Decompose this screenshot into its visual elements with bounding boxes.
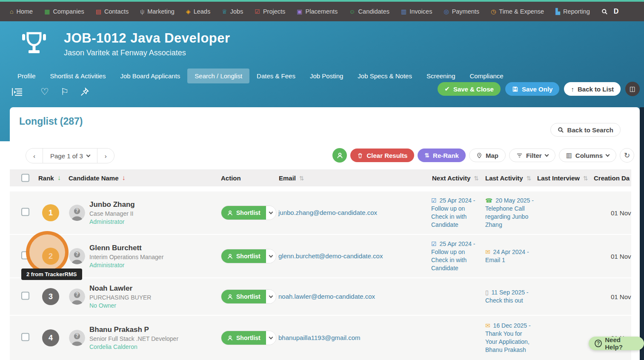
activity-link[interactable]: 16 Dec 2025 - Thank You for Your Applica… bbox=[485, 322, 531, 353]
next-page-button[interactable]: › bbox=[97, 149, 114, 163]
page-scrollbar[interactable] bbox=[640, 107, 644, 360]
svg-text:?: ? bbox=[75, 251, 79, 257]
nav-item-placements[interactable]: ▣Placements bbox=[297, 8, 338, 15]
tab-dates-fees[interactable]: Dates & Fees bbox=[249, 69, 303, 83]
side-panel-toggle-button[interactable]: ◫ bbox=[625, 82, 640, 96]
column-header-name[interactable]: Candidate Name↓ bbox=[69, 174, 126, 182]
candidate-email-link[interactable]: bhanupailla1193@gmail.com bbox=[278, 334, 361, 341]
sort-icon[interactable]: ↓ bbox=[122, 174, 126, 182]
last-activity-cell[interactable]: ☎ 20 May 2025 - Telephone Call regarding… bbox=[485, 197, 535, 229]
nav-item-jobs[interactable]: ♕Jobs bbox=[222, 8, 243, 15]
candidate-email-link[interactable]: noah.lawler@demo-candidate.cox bbox=[278, 293, 375, 300]
column-header-email[interactable]: Email⇅ bbox=[279, 174, 304, 182]
refresh-button[interactable]: ↻ bbox=[620, 148, 634, 163]
back-to-search-button[interactable]: Back to Search bbox=[550, 123, 621, 137]
search-icon[interactable] bbox=[601, 9, 608, 15]
activity-link[interactable]: 11 Sep 2025 - Check this out bbox=[485, 289, 529, 304]
last-activity-cell[interactable]: ✉ 16 Dec 2025 - Thank You for Your Appli… bbox=[485, 322, 535, 354]
candidate-owner-link[interactable]: Cordelia Calderon bbox=[89, 343, 178, 350]
column-header-last[interactable]: Last Activity⇅ bbox=[485, 174, 531, 182]
row-checkbox[interactable] bbox=[21, 251, 29, 260]
column-header-next[interactable]: Next Activity⇅ bbox=[432, 174, 479, 182]
shortlist-button[interactable]: Shortlist bbox=[221, 249, 266, 263]
columns-button[interactable]: ▥ Columns bbox=[559, 149, 616, 162]
column-header-action[interactable]: Action bbox=[221, 174, 241, 182]
candidate-email-link[interactable]: junbo.zhang@demo-candidate.cox bbox=[278, 209, 377, 216]
shortlist-dropdown-button[interactable] bbox=[266, 290, 276, 303]
row-checkbox[interactable] bbox=[21, 292, 29, 300]
tab-job-posting[interactable]: Job Posting bbox=[303, 69, 350, 83]
re-rank-button[interactable]: ⇅ Re-Rank bbox=[418, 149, 466, 162]
shortlist-button[interactable]: Shortlist bbox=[221, 290, 266, 303]
map-button[interactable]: Map bbox=[469, 149, 506, 162]
time-expense-icon: ◷ bbox=[491, 9, 496, 14]
sort-icon[interactable]: ⇅ bbox=[583, 174, 588, 181]
page-select[interactable]: Page 1 of 3 bbox=[43, 149, 97, 163]
nav-item-time-expense[interactable]: ◷Time & Expense bbox=[491, 8, 544, 15]
tab-job-board-applicants[interactable]: Job Board Applicants bbox=[113, 69, 187, 83]
nav-item-leads[interactable]: ◈Leads bbox=[186, 8, 210, 15]
nav-item-projects[interactable]: ☑Projects bbox=[255, 8, 285, 15]
nav-item-payments[interactable]: ◎Payments bbox=[444, 8, 479, 15]
activity-link[interactable]: 25 Apr 2024 - Follow up on Check in with… bbox=[431, 240, 475, 271]
activity-link[interactable]: 25 Apr 2024 - Follow up on Check in with… bbox=[431, 197, 475, 228]
nav-item-candidates[interactable]: ☺Candidates bbox=[349, 8, 389, 15]
column-header-creation[interactable]: Creation Da bbox=[594, 174, 630, 182]
tab-profile[interactable]: Profile bbox=[10, 69, 43, 83]
back-to-list-button[interactable]: ↑ Back to List bbox=[564, 82, 621, 96]
last-activity-cell[interactable]: ✉ 24 Apr 2024 - Email 1 bbox=[485, 248, 535, 264]
nav-item-marketing[interactable]: ψMarketing bbox=[140, 8, 175, 15]
nav-item-contacts[interactable]: ▤Contacts bbox=[96, 8, 129, 15]
candidate-owner-link[interactable]: Administrator bbox=[89, 262, 163, 269]
nav-item-reporting[interactable]: ▙Reporting bbox=[555, 8, 590, 15]
column-header-rank[interactable]: Rank↓ bbox=[38, 174, 61, 182]
nav-item-home[interactable]: ⌂Home bbox=[10, 8, 33, 15]
chevron-down-icon bbox=[544, 152, 549, 157]
favorite-heart-icon[interactable]: ♡ bbox=[40, 87, 49, 97]
next-activity-cell[interactable]: ☑ 25 Apr 2024 - Follow up on Check in wi… bbox=[431, 240, 481, 272]
pin-icon[interactable] bbox=[80, 87, 89, 97]
tab-shortlist-activities[interactable]: Shortlist & Activities bbox=[43, 69, 113, 83]
avatar: ? bbox=[69, 289, 85, 305]
tab-screening[interactable]: Screening bbox=[419, 69, 463, 83]
sort-icon[interactable]: ⇅ bbox=[299, 174, 304, 181]
activity-link[interactable]: 20 May 2025 - Telephone Call regarding J… bbox=[485, 197, 534, 228]
filter-button[interactable]: Filter bbox=[509, 149, 555, 162]
shortlist-dropdown-button[interactable] bbox=[266, 249, 276, 263]
tab-search-longlist[interactable]: Search / Longlist bbox=[187, 69, 249, 83]
row-checkbox[interactable] bbox=[21, 333, 29, 341]
save-only-button[interactable]: Save Only bbox=[505, 82, 560, 96]
sort-icon[interactable]: ⇅ bbox=[474, 174, 479, 181]
row-checkbox[interactable] bbox=[21, 208, 29, 216]
tab-job-specs-notes[interactable]: Job Specs & Notes bbox=[350, 69, 419, 83]
nav-item-invoices[interactable]: ▥Invoices bbox=[401, 8, 432, 15]
prev-page-button[interactable]: ‹ bbox=[26, 149, 43, 163]
select-candidates-button[interactable] bbox=[332, 148, 347, 163]
candidate-owner-link[interactable]: Administrator bbox=[89, 218, 135, 225]
nav-overflow-item[interactable]: D bbox=[614, 8, 619, 15]
column-header-interview[interactable]: Last Interview⇅ bbox=[537, 174, 588, 182]
tab-compliance[interactable]: Compliance bbox=[462, 69, 510, 83]
shortlist-button[interactable]: Shortlist bbox=[221, 206, 266, 220]
save-and-close-button[interactable]: ✔ Save & Close bbox=[438, 82, 501, 96]
candidate-email-link[interactable]: glenn.burchett@demo-candidate.cox bbox=[278, 252, 383, 260]
candidate-owner-link[interactable]: No Owner bbox=[89, 302, 151, 309]
sort-icon[interactable]: ⇅ bbox=[527, 174, 532, 181]
table-row: 3 ? Noah Lawler PURCHASING BUYER No Owne… bbox=[10, 278, 631, 315]
need-help-button[interactable]: ? Need Help? bbox=[589, 337, 644, 350]
next-activity-cell[interactable]: ☑ 25 Apr 2024 - Follow up on Check in wi… bbox=[431, 197, 481, 229]
sort-icon[interactable]: ↓ bbox=[57, 174, 61, 182]
rerank-sort-icon: ⇅ bbox=[424, 152, 429, 159]
activity-link[interactable]: 24 Apr 2024 - Email 1 bbox=[485, 249, 529, 263]
leads-icon: ◈ bbox=[186, 9, 191, 14]
select-all-checkbox[interactable] bbox=[21, 174, 29, 182]
nav-item-companies[interactable]: ▦Companies bbox=[44, 8, 84, 15]
shortlist-dropdown-button[interactable] bbox=[266, 331, 276, 345]
last-activity-cell[interactable]: ▯ 11 Sep 2025 - Check this out bbox=[485, 289, 535, 305]
shortlist-dropdown-button[interactable] bbox=[266, 206, 276, 220]
shortlist-button[interactable]: Shortlist bbox=[221, 331, 266, 345]
clear-results-button[interactable]: Clear Results bbox=[350, 149, 414, 162]
flag-icon[interactable]: ⚐ bbox=[60, 87, 69, 97]
sidebar-toggle-icon[interactable] bbox=[12, 87, 23, 97]
nav-search-area: D bbox=[601, 8, 619, 15]
